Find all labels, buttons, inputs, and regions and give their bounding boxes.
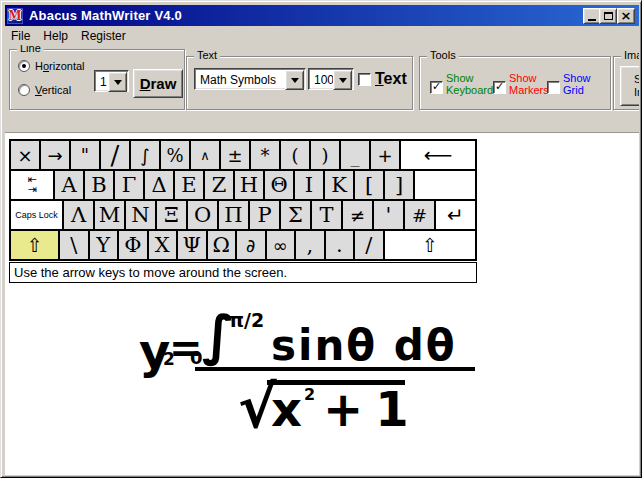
keyboard-key[interactable]: O — [187, 200, 218, 230]
size-select-dropdown-button[interactable] — [333, 70, 352, 90]
keyboard-key[interactable]: / — [354, 230, 384, 260]
keyboard-key[interactable]: N — [125, 200, 156, 230]
keyboard-key[interactable]: " — [70, 140, 100, 170]
keyboard-key[interactable]: ∂ — [236, 230, 266, 260]
keyboard-key[interactable]: Ψ — [177, 230, 207, 260]
tools-group-label: Tools — [427, 49, 459, 61]
formula-numerator: sinθ dθ — [271, 321, 457, 370]
keyboard-key[interactable]: A — [54, 170, 84, 200]
show-markers-checkbox[interactable]: ✓ — [493, 81, 506, 94]
show-grid-label: ShowGrid — [563, 72, 591, 96]
chevron-down-icon — [291, 78, 299, 87]
menu-item-register[interactable]: Register — [75, 27, 133, 45]
enter-key[interactable]: ↵ — [435, 200, 476, 230]
maximize-icon — [604, 12, 613, 20]
menu-item-help[interactable]: Help — [37, 27, 75, 45]
formula-denominator-base: x — [271, 381, 302, 437]
keyboard-key[interactable]: _ — [340, 140, 370, 170]
maximize-button[interactable] — [599, 8, 617, 24]
keyboard-key[interactable]: I — [294, 170, 324, 200]
label-part: ertical — [42, 84, 71, 96]
keyboard-key[interactable]: Γ — [114, 170, 144, 200]
keyboard-key[interactable]: Σ — [280, 200, 311, 230]
keyboard-key[interactable]: ∧ — [190, 140, 220, 170]
status-bar: Use the arrow keys to move around the sc… — [9, 262, 477, 283]
line-width-dropdown-button[interactable] — [108, 72, 127, 92]
shift-left-key[interactable]: ⇧ — [10, 230, 59, 260]
keyboard-key[interactable]: Ξ — [156, 200, 187, 230]
keyboard-key[interactable]: # — [404, 200, 435, 230]
keyboard-key[interactable]: Π — [218, 200, 249, 230]
line-group: Line Horizontal Vertical 1 Draw — [9, 49, 185, 110]
keyboard-key[interactable]: Θ — [264, 170, 294, 200]
keyboard-key[interactable]: Ω — [207, 230, 237, 260]
keyboard-key[interactable]: T — [311, 200, 342, 230]
keyboard-key[interactable]: % — [160, 140, 190, 170]
keyboard-key[interactable]: X — [148, 230, 178, 260]
size-select[interactable]: 100 — [308, 68, 354, 90]
caps-lock-key[interactable]: Caps Lock — [10, 200, 63, 230]
images-group: Imag SeIma — [613, 56, 639, 110]
keyboard-key[interactable]: Z — [204, 170, 234, 200]
set-image-button[interactable]: SeIma — [620, 66, 639, 106]
keyboard-key[interactable]: × — [10, 140, 40, 170]
keyboard-key[interactable]: Λ — [63, 200, 94, 230]
label-part: H — [35, 60, 43, 72]
label-accel: V — [35, 84, 42, 96]
text-mode-label: Text — [375, 70, 407, 88]
keyboard-key[interactable]: ' — [373, 200, 404, 230]
keyboard-key[interactable]: , — [295, 230, 325, 260]
keyboard-key[interactable]: ( — [280, 140, 310, 170]
keyboard-filler[interactable] — [414, 170, 476, 200]
keyboard-key[interactable]: \ — [59, 230, 89, 260]
keyboard-key[interactable]: Φ — [118, 230, 148, 260]
text-mode-checkbox[interactable] — [358, 73, 371, 86]
keyboard-key[interactable]: ≠ — [342, 200, 373, 230]
keyboard-key[interactable]: / — [100, 140, 130, 170]
shift-right-key[interactable]: ⇧ — [384, 230, 477, 260]
keyboard-key[interactable]: B — [84, 170, 114, 200]
label-accel: D — [140, 75, 151, 92]
keyboard-key[interactable]: E — [174, 170, 204, 200]
font-select-dropdown-button[interactable] — [285, 70, 304, 90]
formula-denominator-tail: +1 — [323, 381, 421, 437]
formula-integral-upper-bound: π/2 — [229, 309, 264, 331]
radio-selected-dot — [22, 64, 26, 68]
drawing-canvas[interactable]: ×→"/∫%∧±*()_+⟵ ⇤ ⇥ABΓΔEZHΘIK[] Caps Lock… — [5, 133, 639, 475]
keyboard-key[interactable]: H — [234, 170, 264, 200]
radio-horizontal[interactable]: Horizontal — [18, 60, 85, 72]
chevron-down-icon — [339, 78, 347, 87]
close-button[interactable]: × — [617, 8, 635, 24]
draw-button[interactable]: Draw — [133, 69, 183, 98]
keyboard-key[interactable]: . — [325, 230, 355, 260]
keyboard-key[interactable]: + — [370, 140, 400, 170]
label-line: Ima — [634, 86, 639, 98]
keyboard-key[interactable]: M — [94, 200, 125, 230]
status-text: Use the arrow keys to move around the sc… — [14, 265, 287, 280]
keyboard-key[interactable]: ∞ — [266, 230, 296, 260]
keyboard-key[interactable]: → — [40, 140, 70, 170]
keyboard-key[interactable]: Δ — [144, 170, 174, 200]
images-group-label: Imag — [621, 49, 639, 61]
keyboard-key[interactable]: P — [249, 200, 280, 230]
line-width-select[interactable]: 1 — [94, 70, 129, 92]
keyboard-key[interactable]: Y — [89, 230, 119, 260]
menu-item-file[interactable]: File — [5, 27, 37, 45]
keyboard-key[interactable]: ± — [220, 140, 250, 170]
label-line: Show — [563, 72, 591, 84]
font-select[interactable]: Math Symbols — [194, 68, 306, 90]
radio-vertical[interactable]: Vertical — [18, 84, 71, 96]
tab-key[interactable]: ⇤ ⇥ — [10, 170, 54, 200]
keyboard-key[interactable]: ] — [384, 170, 414, 200]
keyboard-key[interactable]: [ — [354, 170, 384, 200]
show-keyboard-checkbox[interactable]: ✓ — [430, 81, 443, 94]
keyboard-key[interactable]: ) — [310, 140, 340, 170]
keyboard-key[interactable]: K — [324, 170, 354, 200]
formula-integral-lower-bound: 0 — [190, 347, 203, 368]
label-line: Show — [509, 72, 537, 84]
keyboard-key[interactable]: ∫ — [130, 140, 160, 170]
show-grid-checkbox[interactable] — [547, 81, 560, 94]
keyboard-row-2: ⇤ ⇥ABΓΔEZHΘIK[] — [10, 170, 476, 200]
backspace-key[interactable]: ⟵ — [400, 140, 476, 170]
keyboard-key[interactable]: * — [250, 140, 280, 170]
